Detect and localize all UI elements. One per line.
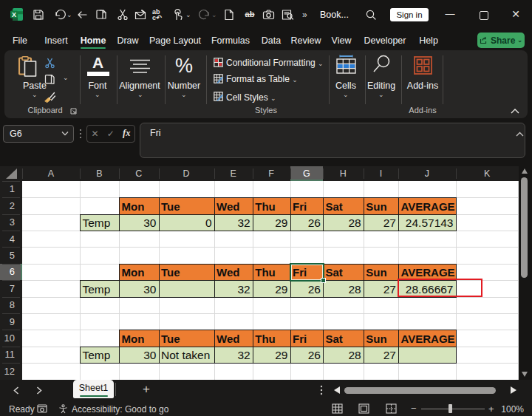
svg-text:X: X <box>12 11 16 18</box>
